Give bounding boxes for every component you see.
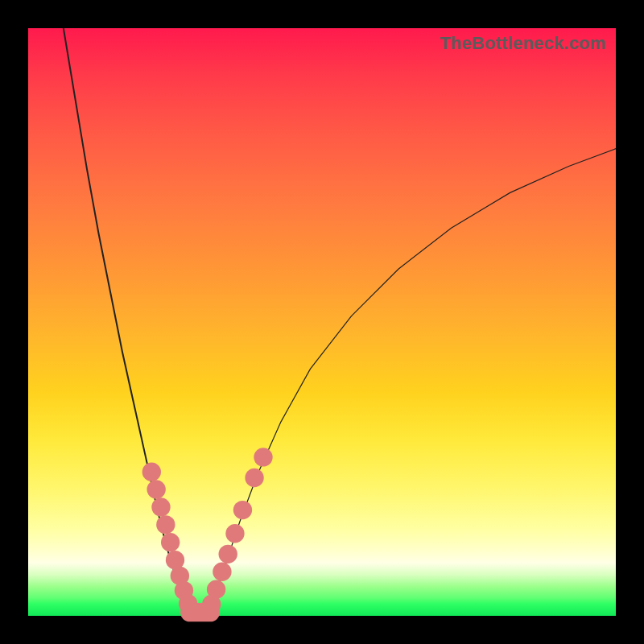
right-curve [208,149,616,616]
curve-layer [28,28,616,616]
bead [147,480,165,498]
bead [245,469,263,487]
bead [207,580,225,598]
bead [213,563,231,581]
bead [219,545,237,564]
chart-frame: TheBottleneck.com [0,0,644,644]
bead-floor [180,603,220,621]
bead [151,497,170,516]
bead [166,551,184,569]
bead [156,515,175,534]
bead-group [142,448,273,621]
bead [233,501,252,519]
bead [225,524,244,543]
bead [161,533,180,551]
plot-area: TheBottleneck.com [28,28,616,616]
bead [142,462,161,481]
bead [254,448,272,466]
